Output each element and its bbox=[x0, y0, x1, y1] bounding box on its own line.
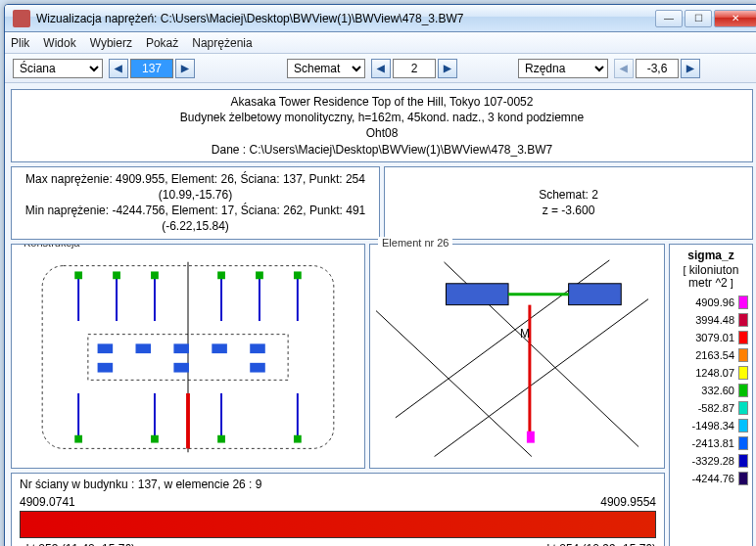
legend-value: -1498.34 bbox=[692, 420, 734, 432]
max-stress: Max naprężenie: 4909.955, Element: 26, Ś… bbox=[20, 171, 371, 203]
select-sciana[interactable]: Ściana bbox=[13, 59, 103, 78]
konstrukcja-title: Konstrukcja bbox=[20, 244, 83, 249]
menu-widok[interactable]: Widok bbox=[43, 36, 75, 50]
legend-row: -582.87 bbox=[672, 401, 750, 415]
client-area: Akasaka Tower Residence Top of the Hill,… bbox=[5, 83, 756, 546]
legend-swatch bbox=[738, 472, 748, 485]
minimize-button[interactable]: — bbox=[655, 10, 683, 27]
menu-plik[interactable]: Plik bbox=[11, 36, 29, 50]
legend-swatch bbox=[738, 454, 748, 468]
menubar: Plik Widok Wybierz Pokaż Naprężenia bbox=[5, 32, 756, 54]
legend-value: 3079.01 bbox=[695, 332, 734, 343]
window-title: Wizualizacja naprężeń: C:\Users\Maciej\D… bbox=[36, 12, 653, 25]
legend-title: sigma_z bbox=[687, 249, 733, 262]
sciana-next-button[interactable]: ▶ bbox=[175, 59, 195, 78]
legend-swatch bbox=[738, 313, 748, 327]
floorplan-drawing[interactable] bbox=[18, 252, 358, 462]
svg-rect-26 bbox=[212, 343, 227, 353]
gradient-bar bbox=[20, 511, 656, 538]
legend-row: -4244.76 bbox=[672, 472, 750, 485]
legend-row: 2163.54 bbox=[672, 348, 750, 362]
svg-rect-18 bbox=[294, 271, 302, 279]
svg-rect-29 bbox=[173, 362, 189, 372]
scheme-panel: Schemat: 2 z = -3.600 bbox=[384, 166, 753, 240]
svg-text:M: M bbox=[520, 327, 530, 341]
min-stress: Min naprężenie: -4244.756, Element: 17, … bbox=[20, 203, 371, 234]
element-title: Element nr 26 bbox=[378, 237, 452, 249]
rzedna-next-button[interactable]: ▶ bbox=[681, 59, 700, 78]
header-line-1: Akasaka Tower Residence Top of the Hill,… bbox=[20, 94, 744, 110]
wall-info-panel: Nr ściany w budynku : 137, w elemencie 2… bbox=[11, 473, 665, 547]
svg-rect-40 bbox=[527, 431, 535, 442]
app-icon bbox=[13, 10, 30, 27]
legend-swatch bbox=[738, 419, 748, 432]
legend-value: 1248.07 bbox=[695, 367, 734, 379]
legend-value: -4244.76 bbox=[692, 473, 734, 484]
header-line-4: Dane : C:\Users\Maciej\Desktop\BWView(1)… bbox=[20, 142, 744, 158]
svg-line-33 bbox=[435, 298, 648, 456]
legend-swatch bbox=[738, 348, 748, 362]
svg-rect-28 bbox=[98, 362, 114, 372]
svg-rect-16 bbox=[217, 271, 225, 279]
menu-naprezenia[interactable]: Naprężenia bbox=[192, 36, 252, 50]
close-button[interactable]: ✕ bbox=[714, 10, 756, 27]
svg-rect-13 bbox=[74, 271, 82, 279]
schemat-value[interactable]: 2 bbox=[393, 59, 436, 78]
menu-pokaz[interactable]: Pokaż bbox=[146, 36, 178, 50]
legend-row: 332.60 bbox=[672, 384, 750, 397]
legend-swatch bbox=[738, 366, 748, 380]
maximize-button[interactable]: ☐ bbox=[685, 10, 712, 27]
legend-unit: [ kiloniutonmetr ^2 ] bbox=[684, 264, 739, 290]
element-drawing[interactable]: M bbox=[376, 252, 658, 466]
svg-rect-15 bbox=[151, 271, 159, 279]
svg-rect-22 bbox=[294, 434, 302, 442]
legend-swatch bbox=[738, 331, 748, 344]
svg-rect-27 bbox=[250, 343, 265, 353]
element-group: Element nr 26 bbox=[369, 244, 665, 469]
schemat-prev-button[interactable]: ◀ bbox=[371, 59, 391, 78]
rzedna-value[interactable]: -3,6 bbox=[636, 59, 679, 78]
wall-info: Nr ściany w budynku : 137, w elemencie 2… bbox=[20, 478, 656, 491]
legend-value: -2413.81 bbox=[692, 437, 734, 449]
header-line-3: Oht08 bbox=[20, 125, 744, 141]
gradient-value-left: 4909.0741 bbox=[20, 495, 75, 509]
rzedna-prev-button[interactable]: ◀ bbox=[614, 59, 634, 78]
menu-wybierz[interactable]: Wybierz bbox=[90, 36, 132, 50]
point-right: pkt.254:(10.99,-15.76) bbox=[541, 542, 656, 547]
svg-rect-21 bbox=[217, 434, 225, 442]
svg-rect-23 bbox=[98, 343, 114, 353]
legend-row: -1498.34 bbox=[672, 419, 750, 432]
header-panel: Akasaka Tower Residence Top of the Hill,… bbox=[11, 89, 753, 162]
svg-rect-17 bbox=[256, 271, 263, 279]
svg-rect-30 bbox=[250, 362, 265, 372]
legend-row: 1248.07 bbox=[672, 366, 750, 380]
scheme-label: Schemat: 2 bbox=[393, 187, 744, 203]
legend-panel: sigma_z [ kiloniutonmetr ^2 ] 4909.96399… bbox=[669, 244, 753, 547]
gradient-value-right: 4909.9554 bbox=[600, 495, 656, 509]
titlebar[interactable]: Wizualizacja naprężeń: C:\Users\Maciej\D… bbox=[5, 5, 756, 32]
select-rzedna[interactable]: Rzędna bbox=[518, 59, 608, 78]
svg-rect-37 bbox=[569, 283, 622, 304]
svg-line-34 bbox=[376, 310, 532, 456]
sciana-prev-button[interactable]: ◀ bbox=[109, 59, 128, 78]
legend-row: -2413.81 bbox=[672, 436, 750, 450]
svg-rect-19 bbox=[74, 434, 82, 442]
legend-value: 4909.96 bbox=[695, 296, 734, 308]
legend-value: 2163.54 bbox=[695, 349, 734, 361]
toolbar: Ściana ◀ 137 ▶ Schemat ◀ 2 ▶ Rzędna ◀ -3… bbox=[5, 54, 756, 83]
legend-row: -3329.28 bbox=[672, 454, 750, 468]
svg-rect-25 bbox=[173, 343, 189, 353]
legend-swatch bbox=[738, 436, 748, 450]
sciana-value[interactable]: 137 bbox=[130, 59, 173, 78]
legend-value: 332.60 bbox=[701, 385, 734, 396]
select-schemat[interactable]: Schemat bbox=[287, 59, 365, 78]
schemat-next-button[interactable]: ▶ bbox=[438, 59, 457, 78]
legend-swatch bbox=[738, 401, 748, 415]
legend-row: 4909.96 bbox=[672, 296, 750, 309]
svg-rect-20 bbox=[151, 434, 159, 442]
legend-row: 3994.48 bbox=[672, 313, 750, 327]
konstrukcja-group: Konstrukcja bbox=[11, 244, 365, 469]
legend-value: -582.87 bbox=[698, 402, 734, 414]
svg-rect-14 bbox=[113, 271, 120, 279]
stats-panel: Max naprężenie: 4909.955, Element: 26, Ś… bbox=[11, 166, 380, 240]
